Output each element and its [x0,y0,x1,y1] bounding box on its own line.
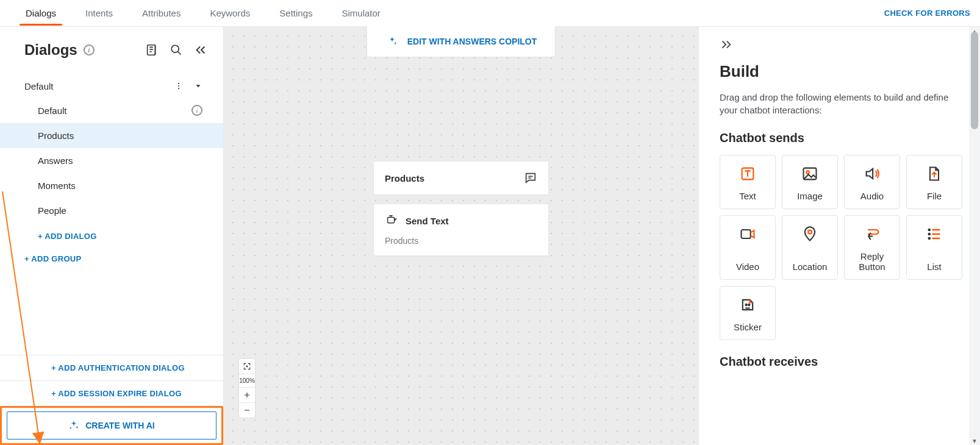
inspector-scrollbar[interactable]: ▲ ▼ [969,27,980,445]
tab-keywords[interactable]: Keywords [207,1,252,26]
tile-video[interactable]: Video [720,215,776,280]
create-ai-label: CREATE WITH AI [85,421,155,430]
sidebar-header: Dialogs i [0,27,223,63]
add-session-expire-button[interactable]: + ADD SESSION EXPIRE DIALOG [0,380,223,406]
top-tabs: Dialogs Intents Attributes Keywords Sett… [10,1,383,26]
create-ai-highlight: CREATE WITH AI [0,406,223,445]
tile-label: List [927,262,941,272]
dialog-item-answers[interactable]: Answers [0,148,223,173]
node-title: Send Text [406,216,449,226]
info-icon[interactable]: i [191,105,202,116]
search-icon[interactable] [170,43,183,57]
svg-point-7 [246,366,248,367]
list-icon [926,224,943,244]
zoom-in-button[interactable] [239,387,255,402]
guide-icon[interactable] [145,43,159,57]
zoom-level-label: 100% [239,374,255,387]
svg-point-16 [746,304,747,305]
more-options-icon[interactable] [174,79,183,93]
scroll-thumb[interactable] [971,32,978,129]
file-icon [926,164,943,183]
send-text-icon [385,214,398,227]
dialog-item-label: Products [38,130,74,141]
tab-settings[interactable]: Settings [277,1,315,26]
sidebar-title-row: Dialogs i [24,41,95,59]
node-subtitle: Products [385,236,537,246]
tile-reply-button[interactable]: Reply Button [844,215,900,280]
tile-list[interactable]: List [906,215,962,280]
tile-sticker[interactable]: Sticker [720,286,776,340]
edit-copilot-label: EDIT WITH ANSWERS COPILOT [407,37,537,46]
send-text-node[interactable]: Send Text Products [373,204,549,256]
group-name: Default [24,81,54,91]
zoom-out-button[interactable] [239,402,255,418]
tile-label: Audio [860,191,884,201]
tab-dialogs[interactable]: Dialogs [23,1,59,26]
add-auth-dialog-button[interactable]: + ADD AUTHENTICATION DIALOG [0,355,223,380]
svg-point-4 [178,88,179,89]
tile-file[interactable]: File [906,155,962,209]
sidebar-tools [145,43,207,57]
collapse-sidebar-icon[interactable] [194,43,207,57]
video-icon [739,224,756,244]
ai-sparkle-icon [385,35,399,48]
tab-simulator[interactable]: Simulator [340,1,383,26]
dialog-item-label: Default [38,105,67,116]
inspector-panel: Build Drag and drop the following elemen… [698,27,980,445]
tab-intents[interactable]: Intents [83,1,115,26]
inspector-description: Drag and drop the following elements to … [720,91,951,116]
send-tiles: Text Image Audio File Video Location Rep… [720,155,964,340]
zoom-fit-button[interactable] [239,359,255,374]
dialog-item-moments[interactable]: Moments [0,173,223,198]
edit-with-copilot-button[interactable]: EDIT WITH ANSWERS COPILOT [367,26,556,57]
zoom-controls: 100% [238,358,256,418]
dialog-item-label: People [38,205,66,216]
location-icon [801,224,818,244]
top-nav: Dialogs Intents Attributes Keywords Sett… [0,0,980,27]
sticker-icon [739,295,756,315]
sidebar: Dialogs i Default [0,27,224,445]
svg-rect-6 [388,218,395,223]
add-dialog-button[interactable]: + ADD DIALOG [0,223,223,249]
expand-inspector-icon[interactable] [720,38,964,54]
dialog-item-default[interactable]: Default i [0,98,223,123]
svg-point-13 [929,229,930,230]
dialog-item-label: Moments [38,180,76,191]
canvas[interactable]: EDIT WITH ANSWERS COPILOT Products Send … [224,27,698,445]
audio-icon [864,164,881,183]
chat-icon [524,171,537,185]
group-header[interactable]: Default [0,74,223,98]
node-title-row: Send Text [385,214,537,227]
reply-button-icon [864,224,881,244]
canvas-nodes: Products Send Text Products [373,161,549,256]
inspector-title: Build [720,62,964,81]
tile-label: Sticker [734,322,762,332]
node-header-title: Products [385,173,424,183]
create-with-ai-button[interactable]: CREATE WITH AI [7,411,216,440]
add-group-button[interactable]: + ADD GROUP [0,249,223,268]
ai-sparkle-icon [68,420,79,431]
info-icon[interactable]: i [84,44,95,55]
tile-text[interactable]: Text [720,155,776,209]
tile-image[interactable]: Image [782,155,838,209]
tile-location[interactable]: Location [782,215,838,280]
svg-point-2 [178,83,179,84]
tile-label: Video [736,262,759,272]
scroll-down-icon[interactable]: ▼ [969,436,980,445]
tile-label: Reply Button [848,251,896,272]
svg-point-14 [929,233,930,235]
check-errors-button[interactable]: CHECK FOR ERRORS [884,9,970,18]
svg-point-1 [171,45,179,52]
chevron-down-icon[interactable] [194,79,202,93]
svg-point-17 [748,304,749,305]
dialog-node-header[interactable]: Products [373,161,549,195]
sidebar-title: Dialogs [24,41,77,59]
dialog-item-products[interactable]: Products [0,123,223,148]
image-icon [801,164,818,183]
tile-audio[interactable]: Audio [844,155,900,209]
svg-point-12 [808,230,812,234]
tile-label: File [927,191,942,201]
dialog-item-people[interactable]: People [0,198,223,223]
tab-attributes[interactable]: Attributes [140,1,183,26]
section-chatbot-receives: Chatbot receives [720,355,964,369]
